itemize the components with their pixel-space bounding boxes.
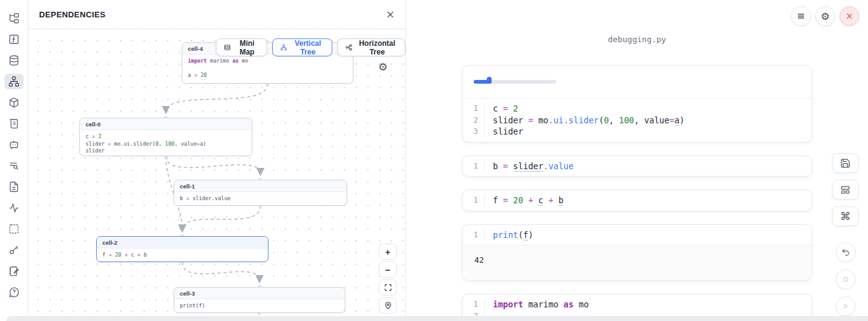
fit-view-icon[interactable] bbox=[379, 279, 397, 296]
slider-thumb[interactable] bbox=[487, 77, 492, 82]
locate-node-icon[interactable] bbox=[379, 297, 397, 314]
document-icon[interactable] bbox=[4, 179, 24, 195]
shutdown-close-icon[interactable] bbox=[839, 6, 859, 26]
dependencies-panel: DEPENDENCIES cell-4import marimo as mo a… bbox=[29, 0, 406, 321]
bottom-edge-strip bbox=[6, 316, 868, 321]
console-code-icon[interactable] bbox=[4, 221, 24, 237]
activity-icon[interactable] bbox=[4, 200, 24, 216]
scratchpad-icon[interactable] bbox=[4, 263, 24, 279]
zoom-controls: + − bbox=[379, 244, 397, 314]
line-number: 1 bbox=[463, 103, 485, 115]
chat-bot-icon[interactable] bbox=[4, 137, 24, 152]
help-icon[interactable] bbox=[4, 284, 24, 300]
code-line: 1print(f) bbox=[463, 229, 812, 241]
code-line: 2slider = mo.ui.slider(0, 100, value=a) bbox=[463, 115, 812, 126]
code-editor[interactable]: 1f = 20 + c + b bbox=[463, 190, 812, 211]
vertical-tree-label: Vertical Tree bbox=[291, 39, 324, 56]
run-icon[interactable] bbox=[836, 296, 856, 316]
graph-settings-gear-icon[interactable]: ⚙ bbox=[378, 61, 388, 74]
code-text: b = slider.value bbox=[485, 160, 574, 172]
keyboard-shortcuts-icon[interactable]: ⌘ bbox=[832, 206, 859, 226]
settings-gear-icon[interactable]: ⚙ bbox=[815, 6, 835, 26]
menu-icon[interactable] bbox=[791, 6, 811, 26]
graph-node-code: c = 2slider = mo.ui.slider(0, 100, value… bbox=[80, 130, 252, 156]
graph-node-code: print(f) bbox=[174, 299, 345, 313]
notebook-action-rail: ⌘ bbox=[832, 153, 859, 321]
horizontal-tree-label: Horizontal Tree bbox=[356, 39, 397, 56]
code-text: c = 2 bbox=[485, 103, 518, 115]
graph-node-cell-3[interactable]: cell-3print(f) bbox=[174, 287, 345, 313]
graph-node-code: f = 20 + c + b bbox=[97, 248, 268, 262]
dependency-graph-icon[interactable] bbox=[4, 74, 24, 89]
packages-icon[interactable] bbox=[4, 95, 24, 110]
marimo-app: DEPENDENCIES cell-4import marimo as mo a… bbox=[0, 0, 868, 321]
mini-map-button[interactable]: Mini Map bbox=[216, 38, 267, 56]
cell-output: 42 bbox=[463, 245, 812, 280]
graph-node-title: cell-2 bbox=[97, 237, 268, 248]
graph-node-code: import marimo as mo a = 20 bbox=[182, 55, 353, 82]
graph-node-cell-1[interactable]: cell-1b = slider.value bbox=[174, 180, 347, 206]
line-number: 1 bbox=[463, 229, 485, 241]
line-number: 3 bbox=[463, 126, 485, 138]
line-number: 1 bbox=[463, 299, 485, 310]
mini-map-label: Mini Map bbox=[235, 39, 259, 56]
code-editor[interactable]: 1c = 22slider = mo.ui.slider(0, 100, val… bbox=[463, 99, 812, 142]
notebook-area: debugging.py 1c = 22slider = mo.ui.slide… bbox=[406, 0, 868, 321]
save-icon[interactable] bbox=[832, 153, 859, 173]
zoom-out-button[interactable]: − bbox=[379, 262, 397, 278]
code-cell[interactable]: 1c = 22slider = mo.ui.slider(0, 100, val… bbox=[462, 65, 812, 143]
key-icon[interactable] bbox=[4, 242, 24, 258]
code-text: slider bbox=[485, 126, 523, 138]
code-text: f = 20 + c + b bbox=[485, 195, 564, 206]
panel-title: DEPENDENCIES bbox=[39, 10, 105, 19]
line-number: 1 bbox=[463, 160, 485, 172]
vertical-tree-button[interactable]: Vertical Tree bbox=[272, 38, 333, 56]
dependency-graph-canvas[interactable]: cell-4import marimo as mo a = 20cell-0c … bbox=[29, 29, 405, 321]
code-editor[interactable]: 1b = slider.value bbox=[463, 156, 812, 177]
graph-node-title: cell-0 bbox=[80, 118, 252, 130]
graph-view-toolbar: Mini Map Vertical Tree Horizontal Tree bbox=[216, 38, 405, 56]
function-icon[interactable] bbox=[4, 32, 24, 47]
undo-icon[interactable] bbox=[836, 242, 856, 262]
dependencies-header: DEPENDENCIES bbox=[29, 0, 405, 29]
window-controls: ⚙ bbox=[791, 6, 859, 26]
code-line: 1import marimo as mo bbox=[463, 299, 812, 310]
code-text: import marimo as mo bbox=[485, 299, 589, 310]
scroll-icon[interactable] bbox=[4, 116, 24, 131]
dependency-edge bbox=[182, 262, 260, 281]
database-icon[interactable] bbox=[4, 53, 24, 68]
code-cell[interactable]: 1b = slider.value bbox=[462, 156, 812, 177]
horizontal-tree-button[interactable]: Horizontal Tree bbox=[337, 38, 405, 56]
zoom-in-button[interactable]: + bbox=[379, 244, 397, 260]
list-search-icon[interactable] bbox=[4, 158, 24, 174]
code-text: slider = mo.ui.slider(0, 100, value=a) bbox=[485, 115, 684, 126]
dependency-edge bbox=[166, 84, 268, 112]
line-number: 1 bbox=[463, 195, 485, 206]
helper-sidebar bbox=[0, 0, 29, 321]
code-line: 1b = slider.value bbox=[463, 160, 812, 172]
graph-node-cell-2[interactable]: cell-2f = 20 + c + b bbox=[96, 236, 268, 262]
layout-icon[interactable] bbox=[832, 180, 859, 200]
slider-widget[interactable] bbox=[463, 66, 812, 99]
code-editor[interactable]: 1print(f) bbox=[463, 225, 812, 245]
code-line: 1c = 2 bbox=[463, 103, 812, 115]
graph-node-title: cell-3 bbox=[174, 288, 345, 299]
code-text: print(f) bbox=[485, 229, 533, 241]
code-line: 3slider bbox=[463, 126, 812, 138]
dependency-edge bbox=[166, 156, 261, 174]
code-line: 1f = 20 + c + b bbox=[463, 195, 812, 206]
dependency-edge bbox=[182, 206, 260, 231]
notebook-filename: debugging.py bbox=[462, 35, 812, 44]
line-number: 2 bbox=[463, 115, 485, 126]
code-cell[interactable]: 1f = 20 + c + b bbox=[462, 190, 812, 211]
graph-node-cell-0[interactable]: cell-0c = 2slider = mo.ui.slider(0, 100,… bbox=[79, 118, 252, 156]
file-tree-icon[interactable] bbox=[4, 11, 24, 26]
cells-column: 1c = 22slider = mo.ui.slider(0, 100, val… bbox=[462, 65, 812, 321]
graph-node-title: cell-1 bbox=[174, 180, 347, 192]
graph-node-code: b = slider.value bbox=[174, 192, 347, 206]
close-panel-icon[interactable] bbox=[386, 10, 395, 19]
slider-track[interactable] bbox=[474, 80, 556, 84]
code-cell[interactable]: 1print(f)42 bbox=[462, 224, 812, 281]
stop-icon[interactable] bbox=[836, 270, 856, 289]
